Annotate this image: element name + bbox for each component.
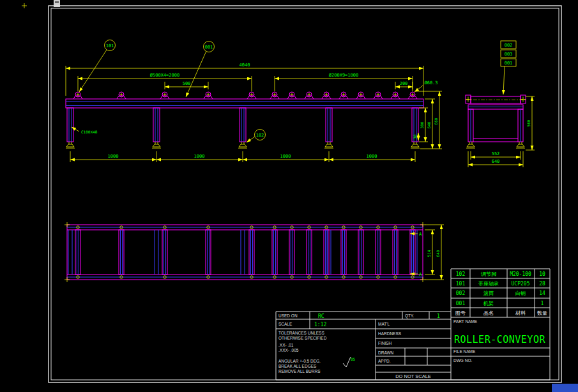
bom-qty: 1: [541, 301, 544, 306]
dim-end-height-label: 560: [526, 119, 531, 126]
dim-roller-dia-label: Ø60.3: [424, 80, 437, 86]
channel-callout: C100X48: [72, 127, 98, 134]
dim-pitch-right-label: 200: [400, 81, 408, 86]
bom-spec: UCP205: [512, 281, 530, 287]
plan-dims: 514 640: [425, 225, 444, 280]
dim-foot-adjust-label: 30: [413, 134, 417, 139]
balloon-102-label: 102: [256, 133, 264, 138]
title-block: USED ON RC QTY. 1 SCALE 1:12 TOLERANCES …: [276, 312, 550, 380]
bom-qty: 10: [539, 271, 545, 277]
bom-row: 101 带座轴承 UCP205 28: [456, 281, 545, 287]
plan-rollers: [75, 226, 415, 278]
matl-label: MAT'L: [378, 322, 390, 326]
dim-overall-length: 4040: [66, 63, 423, 96]
bom-qty: 14: [539, 290, 545, 296]
drawn-label: DRAWN: [378, 351, 394, 355]
scale-label: SCALE: [278, 322, 293, 326]
dim-spacing-4: 1000: [367, 154, 377, 159]
balloon-102: 102: [247, 130, 266, 143]
part-name-value: ROLLER-CONVEYOR: [454, 334, 545, 345]
bom-spec: M20-100: [510, 271, 531, 277]
dim-total-height-label: 660: [434, 117, 438, 124]
bom-header-qty: 数量: [537, 310, 547, 316]
tolerance-line-3: .XX- .01: [278, 343, 294, 347]
bom-row: 002 滚筒 白钢 14: [456, 290, 545, 296]
dim-plan-inner-label: 514: [427, 250, 431, 257]
side-view-rollers: [73, 92, 417, 99]
dim-roller-pitch-right: 200: [395, 81, 413, 89]
bom-table: 102 调节脚 M20-100 10 101 带座轴承 UCP205 28 00…: [451, 269, 550, 380]
angular-tolerance: ANGULAR +-0.5 DEG.: [278, 359, 321, 363]
balloon-101: 101: [79, 40, 116, 93]
side-view: 4040 Ø500X4=2000 Ø200X9=1800 500 200 Ø60…: [66, 40, 442, 163]
end-balloon-003: 003: [505, 52, 513, 57]
bom-row: 001 机架 1: [456, 301, 544, 306]
tolerance-line-2: OTHERWISE SPECIFIED: [278, 336, 327, 340]
tolerance-line-1: TOLERANCES UNLESS: [278, 331, 324, 335]
bom-qty: 28: [539, 281, 545, 287]
bom-header-spec: 材料: [515, 310, 526, 316]
taskbar-fragment[interactable]: [552, 384, 578, 392]
dim-right-group-label: Ø200X9=1800: [329, 73, 358, 78]
bom-header-row: 图号 品名 材料 数量: [455, 310, 547, 316]
dim-right-roller-group: Ø200X9=1800: [275, 73, 413, 91]
end-balloon-001: 001: [505, 61, 513, 66]
dim-end-outer-label: 640: [492, 159, 500, 164]
dim-leg-height-label: 390: [420, 121, 424, 128]
section-label-top: A: [419, 232, 422, 237]
dim-plan-outer-label: 640: [436, 250, 440, 257]
side-view-legs: [66, 108, 420, 148]
break-edges-note: BREAK ALL EDGES: [278, 364, 317, 368]
side-view-rail: [66, 99, 423, 108]
qty-value: 1: [437, 313, 440, 319]
do-not-scale-note: DO NOT SCALE: [395, 373, 431, 379]
drawing-canvas[interactable]: 4040 Ø500X4=2000 Ø200X9=1800 500 200 Ø60…: [0, 0, 578, 392]
file-name-label: FILE NAME: [453, 349, 476, 354]
used-on-label: USED ON: [278, 313, 298, 318]
dim-roller-pitch-left: 500: [165, 81, 208, 89]
dim-leg-spacing: 1000 1000 1000 1000: [70, 151, 415, 162]
bom-header-name: 品名: [483, 310, 494, 316]
dim-spacing-3: 1000: [280, 154, 291, 159]
cad-viewport[interactable]: 4040 Ø500X4=2000 Ø200X9=1800 500 200 Ø60…: [0, 0, 578, 392]
remove-burrs-note: REMOVE ALL BURRS: [278, 369, 321, 373]
surface-finish-value: 05: [351, 357, 356, 361]
drawing-frame: [49, 6, 561, 382]
bom-id: 002: [456, 290, 466, 296]
dim-end-inner-label: 552: [492, 151, 500, 156]
surface-finish-symbol: 05: [343, 357, 356, 367]
dim-spacing-1: 1000: [108, 154, 119, 159]
bom-id: 101: [456, 281, 466, 287]
tolerance-line-4: .XXX- .005: [278, 348, 299, 352]
bom-id: 001: [456, 301, 466, 306]
end-view: 002 003 001 552 640 560: [466, 41, 535, 167]
hardness-label: HARDNESS: [378, 331, 402, 336]
dim-left-group-label: Ø500X4=2000: [150, 73, 179, 78]
bom-name: 滚筒: [483, 290, 494, 296]
dim-pitch-left-label: 500: [183, 81, 191, 86]
bom-name: 机架: [483, 301, 494, 306]
balloon-001: 001: [186, 41, 215, 98]
bom-header-id: 图号: [455, 310, 466, 316]
end-balloon-002: 002: [505, 43, 513, 48]
bom-name: 带座轴承: [478, 281, 499, 287]
scale-value: 1:12: [314, 322, 326, 328]
channel-label: C100X48: [81, 130, 98, 134]
appd-label: APPD.: [378, 359, 391, 363]
balloon-101-label: 101: [106, 43, 114, 49]
bom-name: 调节脚: [481, 271, 496, 277]
used-on-value: RC: [318, 313, 324, 319]
bom-id: 102: [456, 271, 466, 277]
bom-spec: 白钢: [515, 290, 526, 296]
finish-label: FINISH: [378, 341, 392, 345]
dim-spacing-2: 1000: [194, 154, 205, 159]
plan-view: A A 514 640: [65, 222, 444, 282]
balloon-001-label: 001: [205, 45, 213, 50]
dim-heights: 390 640 660 30: [413, 91, 442, 149]
dim-rail-height-label: 640: [427, 121, 431, 128]
dwg-no-label: DWG NO.: [453, 358, 472, 363]
end-balloons: 002 003 001: [501, 41, 516, 94]
qty-label: QTY.: [405, 313, 414, 319]
part-name-label: PART NAME: [453, 319, 478, 324]
bom-row: 102 调节脚 M20-100 10: [456, 271, 545, 277]
